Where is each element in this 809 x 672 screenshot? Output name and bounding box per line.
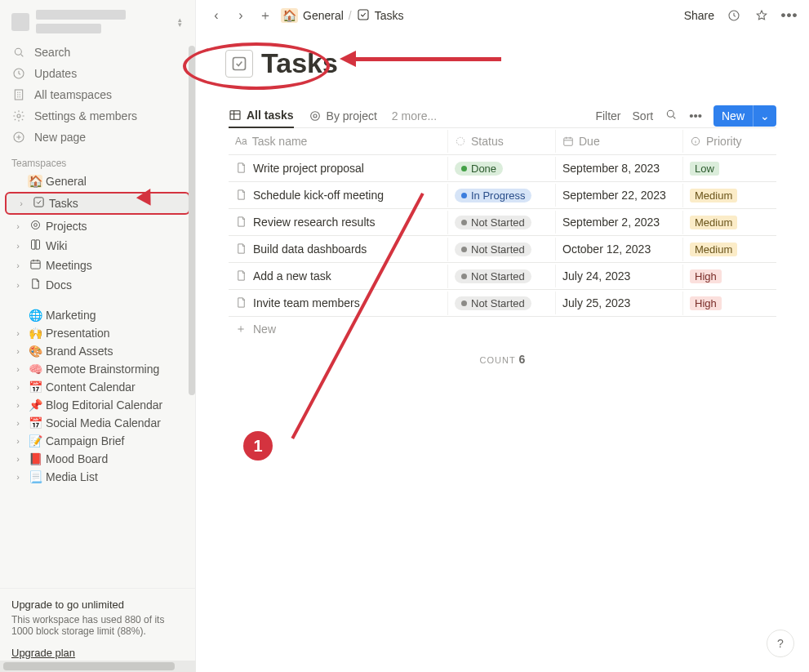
add-row[interactable]: ＋New (229, 317, 776, 341)
chevron-right-icon[interactable]: › (11, 221, 24, 231)
breadcrumb-tasks[interactable]: Tasks (375, 9, 404, 22)
tab-by-project[interactable]: By project (309, 105, 377, 127)
chevron-right-icon[interactable]: › (11, 364, 24, 374)
redacted-workspace-name (36, 10, 126, 20)
due-cell: September 2, 2023 (555, 211, 682, 234)
filter-button[interactable]: Filter (595, 109, 620, 122)
sidebar-item-media-list[interactable]: ›📃Media List (0, 468, 195, 486)
sidebar-all-teamspaces[interactable]: All teamspaces (5, 84, 190, 105)
chevron-right-icon[interactable]: › (11, 454, 24, 464)
breadcrumb[interactable]: 🏠 General / Tasks (281, 8, 404, 24)
svg-point-13 (310, 111, 319, 120)
chevron-right-icon[interactable]: › (11, 260, 24, 270)
chevron-right-icon[interactable]: › (11, 472, 24, 482)
sidebar-item-projects[interactable]: ›Projects (0, 216, 195, 236)
chevron-right-icon[interactable]: › (11, 418, 24, 428)
table-row[interactable]: Schedule kick-off meetingIn ProgressSept… (229, 182, 776, 209)
more-icon[interactable]: ••• (781, 7, 798, 24)
new-button[interactable]: New ⌄ (713, 105, 776, 127)
star-icon[interactable] (753, 7, 770, 24)
share-button[interactable]: Share (684, 9, 714, 22)
redacted-workspace-sub (36, 24, 101, 33)
sidebar-item-social-media-calendar[interactable]: ›📅Social Media Calendar (0, 414, 195, 432)
page-emoji-icon: 📌 (28, 398, 42, 412)
plus-icon: ＋ (235, 322, 247, 336)
sidebar-item-marketing[interactable]: 🌐Marketing (0, 306, 195, 324)
new-page-button[interactable]: ＋ (256, 7, 274, 24)
status-badge: Done (455, 162, 503, 176)
help-button[interactable]: ? (767, 630, 794, 657)
table-row[interactable]: Build data dashboardsNot StartedOctober … (229, 236, 776, 263)
sidebar-scrollbar[interactable] (189, 46, 195, 395)
topbar: ‹ › ＋ 🏠 General / Tasks Share ••• (196, 0, 809, 31)
more-views[interactable]: 2 more... (392, 109, 437, 122)
table-icon (229, 109, 242, 122)
page-emoji-icon (28, 278, 42, 292)
chevron-right-icon[interactable]: › (15, 198, 28, 208)
sidebar-item-tasks[interactable]: ›Tasks (5, 192, 190, 215)
main: ‹ › ＋ 🏠 General / Tasks Share ••• Tasks (196, 0, 809, 672)
table-row[interactable]: Write project proposalDoneSeptember 8, 2… (229, 155, 776, 182)
upgrade-title: Upgrade to go unlimited (11, 599, 184, 611)
svg-point-16 (456, 137, 464, 145)
chevron-right-icon[interactable]: › (11, 382, 24, 392)
page-icon[interactable] (225, 50, 253, 78)
search-icon[interactable] (665, 108, 678, 123)
table-row[interactable]: Invite team membersNot StartedJuly 25, 2… (229, 290, 776, 317)
status-badge: Not Started (455, 296, 531, 310)
chevron-right-icon[interactable]: › (11, 400, 24, 410)
priority-badge: Medium (690, 243, 737, 256)
page-icon (235, 243, 248, 256)
sidebar-item-presentation[interactable]: ›🙌Presentation (0, 324, 195, 342)
col-due[interactable]: Due (555, 130, 682, 153)
page-emoji-icon (28, 238, 42, 253)
col-priority[interactable]: Priority (682, 130, 758, 153)
breadcrumb-general[interactable]: General (303, 9, 344, 22)
sidebar-item-wiki[interactable]: ›Wiki (0, 236, 195, 256)
sidebar-new-page[interactable]: New page (5, 127, 190, 148)
sidebar-search[interactable]: Search (5, 42, 190, 63)
due-cell: October 12, 2023 (555, 238, 682, 260)
sidebar-item-blog-editorial-calendar[interactable]: ›📌Blog Editorial Calendar (0, 396, 195, 414)
due-cell: September 22, 2023 (555, 184, 682, 207)
sidebar-item-brand-assets[interactable]: ›🎨Brand Assets (0, 342, 195, 360)
sidebar-item-campaign-brief[interactable]: ›📝Campaign Brief (0, 432, 195, 450)
nav-back-button[interactable]: ‹ (207, 7, 225, 24)
due-cell: July 25, 2023 (555, 291, 682, 314)
status-badge: Not Started (455, 269, 531, 283)
chevron-right-icon[interactable]: › (11, 280, 24, 290)
table-row[interactable]: Add a new taskNot StartedJuly 24, 2023Hi… (229, 263, 776, 290)
upgrade-banner: Upgrade to go unlimited This workspace h… (0, 588, 195, 672)
sidebar-item-general[interactable]: 🏠General (0, 172, 195, 190)
chevron-right-icon[interactable]: › (11, 346, 24, 356)
svg-point-0 (15, 48, 21, 55)
sidebar-item-meetings[interactable]: ›Meetings (0, 256, 195, 275)
sidebar-item-mood-board[interactable]: ›📕Mood Board (0, 450, 195, 468)
clock-icon[interactable] (726, 7, 742, 24)
chevron-right-icon[interactable]: › (11, 436, 24, 446)
sidebar-item-content-calendar[interactable]: ›📅Content Calendar (0, 378, 195, 396)
workspace-expand-icon[interactable]: ▴▾ (172, 15, 187, 29)
sidebar-item-remote-brainstorming[interactable]: ›🧠Remote Brainstorming (0, 360, 195, 378)
sidebar-settings-members[interactable]: Settings & members (5, 105, 190, 127)
sort-button[interactable]: Sort (633, 109, 654, 122)
sidebar-item-docs[interactable]: ›Docs (0, 275, 195, 295)
table-row[interactable]: Review research resultsNot StartedSeptem… (229, 209, 776, 236)
workspace-icon (11, 13, 29, 31)
svg-rect-12 (230, 111, 240, 120)
col-status[interactable]: Status (447, 130, 555, 153)
chevron-right-icon[interactable]: › (11, 328, 24, 338)
ellipsis-icon[interactable]: ••• (689, 109, 702, 122)
chevron-right-icon[interactable]: › (11, 241, 24, 251)
sidebar-updates[interactable]: Updates (5, 63, 190, 84)
sidebar-h-scroll[interactable] (0, 661, 196, 672)
tab-all-tasks[interactable]: All tasks (229, 104, 294, 128)
nav-forward-button[interactable]: › (232, 7, 250, 24)
page-title[interactable]: Tasks (261, 47, 338, 79)
workspace-switcher[interactable]: ▴▾ (0, 0, 195, 40)
chevron-down-icon[interactable]: ⌄ (753, 105, 776, 127)
upgrade-plan-link[interactable]: Upgrade plan (11, 647, 75, 659)
page-emoji-icon: 📝 (28, 434, 42, 447)
col-task-name[interactable]: AaTask name (229, 130, 447, 153)
upgrade-body: This workspace has used 880 of its 1000 … (11, 614, 184, 637)
